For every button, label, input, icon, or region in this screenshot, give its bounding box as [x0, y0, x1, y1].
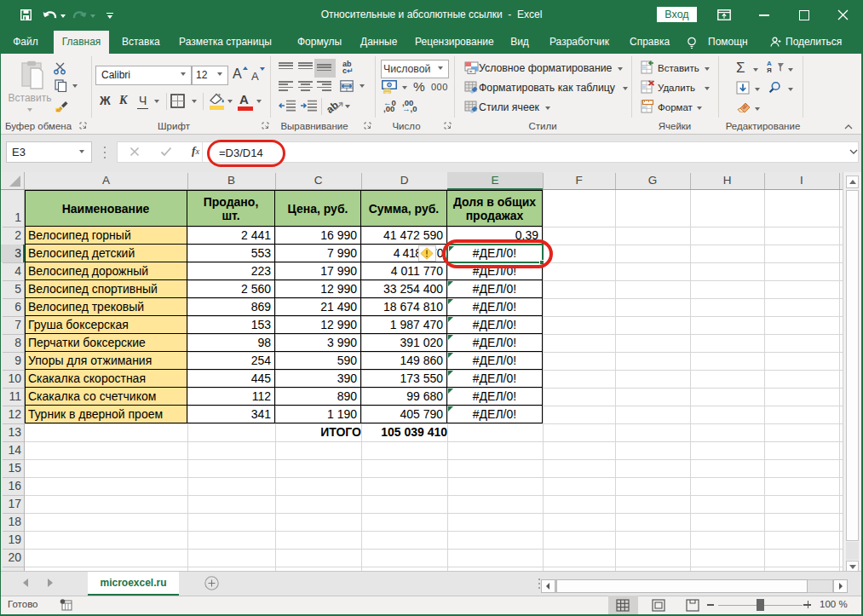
svg-text:=: = — [469, 69, 472, 74]
svg-text:ab: ab — [56, 107, 61, 112]
